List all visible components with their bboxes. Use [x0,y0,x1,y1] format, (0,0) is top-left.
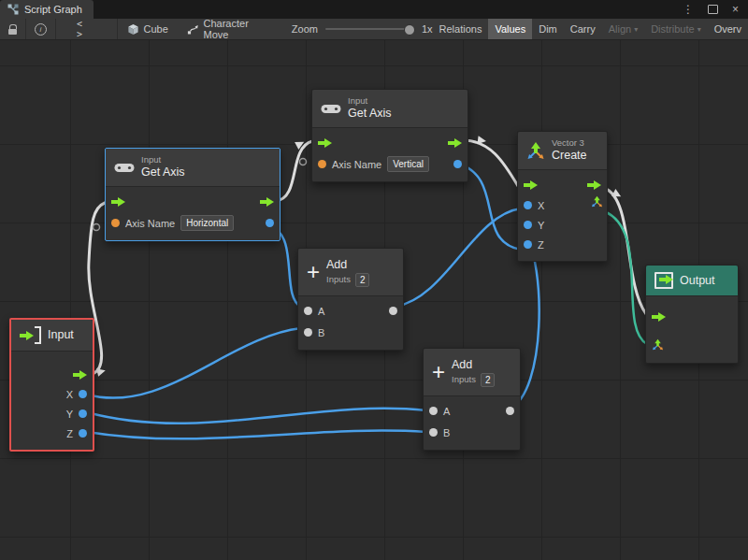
port-row-x: X [11,384,93,404]
input-a-port[interactable] [304,307,312,315]
port-label: Y [538,220,544,231]
value-input-y-to-add2-a[interactable] [87,409,426,424]
unconnected-port-circle[interactable] [300,159,307,165]
x-input-port[interactable] [524,201,532,209]
character-move-breadcrumb[interactable]: Character Move [178,19,284,39]
value-input-x-to-add1-b[interactable] [87,328,301,398]
vector3-input-port-icon[interactable] [652,338,664,352]
input-b-port[interactable] [429,428,438,437]
control-port-row [518,174,607,195]
axis-name-port[interactable] [111,219,120,227]
distribute-dropdown[interactable]: Distribute▾ [644,19,707,39]
value-output-port[interactable] [266,219,274,227]
align-dropdown[interactable]: Align▾ [602,19,644,39]
overview-button[interactable]: Overv [708,19,748,39]
zoom-slider-handle[interactable] [404,24,415,36]
tab-bar: Script Graph ⋮ × [0,0,748,19]
dim-button[interactable]: Dim [532,19,564,39]
kebab-menu-icon[interactable]: ⋮ [683,4,694,15]
zoom-slider[interactable] [325,28,414,30]
node-get-axis-horizontal[interactable]: Input Get Axis Axis Name Horizontal [105,148,280,241]
lock-button[interactable] [0,19,26,39]
input-a-port[interactable] [429,407,438,415]
port-label: A [443,406,450,417]
vector3-output-port-icon[interactable] [591,194,603,211]
sum-output-port[interactable] [389,307,397,315]
character-move-label: Character Move [204,18,275,40]
value-output-port[interactable] [453,160,462,168]
node-title: Get Axis [348,107,392,121]
script-graph-icon [7,4,19,15]
code-view-button[interactable]: < > [56,19,118,39]
code-icon: < > [77,19,96,39]
port-row-z: Z [518,235,607,254]
control-output-arrow[interactable] [587,180,601,190]
value-add1-to-vector3-x[interactable] [396,208,521,307]
axis-name-field[interactable]: Vertical [387,156,429,172]
port-label: Axis Name [332,159,381,170]
axis-name-port[interactable] [318,160,326,168]
node-title: Create [552,149,587,163]
port-label: X [66,389,73,400]
info-icon: i [35,23,47,36]
flow-horizontal-to-vertical[interactable] [276,141,312,201]
y-output-port[interactable] [79,409,87,418]
node-title: Input [48,328,74,342]
control-port-row [11,365,93,384]
control-input-arrow[interactable] [524,180,538,190]
node-title: Get Axis [141,165,185,179]
carry-button[interactable]: Carry [564,19,602,39]
axis-name-field[interactable]: Horizontal [180,215,234,231]
lock-icon [8,24,17,35]
info-button[interactable]: i [26,19,56,39]
port-row-a: A [298,300,403,322]
port-label: Z [538,239,544,251]
node-category: Input [348,96,392,106]
cube-icon [127,23,139,36]
flow-vertical-to-vector3[interactable] [465,140,518,186]
input-b-port[interactable] [304,328,312,337]
control-output-arrow[interactable] [73,370,87,380]
toolbar-buttons: Relations Values Dim Carry Align▾ Distri… [433,19,748,39]
graph-toolbar: i < > Cube Character Move Zoom [0,19,748,40]
port-label: B [443,427,450,438]
close-icon[interactable]: × [732,4,739,15]
control-input-arrow[interactable] [652,312,666,322]
maximize-icon[interactable] [708,5,718,14]
value-port-row: Axis Name Horizontal [106,212,280,234]
node-graph-input[interactable]: Input X Y Z [9,318,94,452]
port-label: B [318,327,324,338]
unconnected-port-circle[interactable] [94,224,100,231]
cube-label: Cube [144,23,168,35]
inputs-count-field[interactable]: 2 [481,373,496,387]
output-icon [654,272,673,289]
z-output-port[interactable] [79,429,87,438]
node-add-2[interactable]: + Add Inputs 2 A B [423,348,521,451]
value-port-row [646,335,738,356]
control-output-arrow[interactable] [448,138,462,148]
values-button[interactable]: Values [488,19,532,39]
z-input-port[interactable] [524,240,532,249]
node-get-axis-vertical[interactable]: Input Get Axis Axis Name Vertical [311,89,468,182]
control-input-arrow[interactable] [111,197,125,207]
flow-vector3-to-output[interactable] [604,188,646,314]
relations-button[interactable]: Relations [433,19,489,39]
window-controls: ⋮ × [683,0,748,19]
control-output-arrow[interactable] [260,197,274,207]
x-output-port[interactable] [79,390,87,398]
inputs-count-field[interactable]: 2 [355,273,370,287]
sum-output-port[interactable] [506,407,514,415]
port-row-b: B [424,422,520,443]
node-graph-output[interactable]: Output [645,265,739,364]
y-input-port[interactable] [524,221,532,229]
node-vector3-create[interactable]: Vector 3 Create X Y Z [517,131,608,262]
cube-breadcrumb[interactable]: Cube [118,19,178,39]
node-category: Vector 3 [552,138,587,148]
node-add-1[interactable]: + Add Inputs 2 A B [297,248,404,351]
chevron-down-icon: ▾ [634,25,638,34]
control-port-row [106,191,280,212]
value-input-z-to-add2-b[interactable] [87,431,426,439]
control-input-arrow[interactable] [318,138,332,148]
tab-script-graph[interactable]: Script Graph [0,0,94,19]
gamepad-icon [321,103,341,115]
